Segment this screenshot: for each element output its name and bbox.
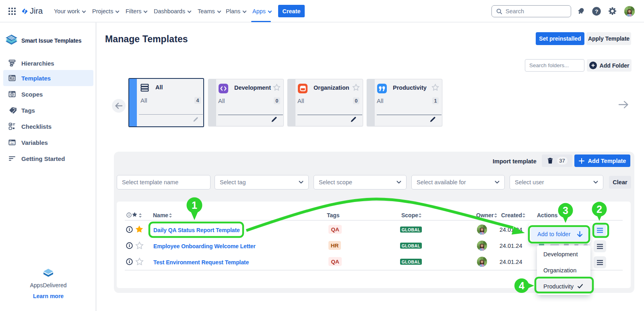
svg-text:?: ? <box>595 8 598 14</box>
svg-text:(x): (x) <box>10 142 14 145</box>
